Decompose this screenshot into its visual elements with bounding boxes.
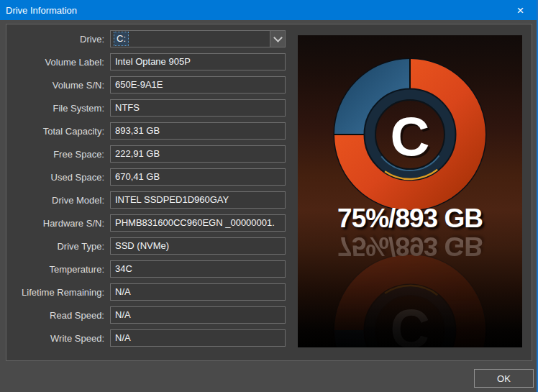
free-space-field[interactable]: 222,91 GB [110, 145, 286, 163]
form-row-free-space: Free Space: 222,91 GB [6, 145, 297, 163]
form-row-write-speed: Write Speed: N/A [6, 329, 297, 347]
drive-model-field[interactable]: INTEL SSDPED1D960GAY [110, 191, 286, 209]
drive-select[interactable]: C: [110, 30, 286, 47]
form-row-hardware-sn: Hardware S/N: PHMB831600CC960EGN _000000… [6, 214, 297, 232]
chart-reflection: C 75%/893 GB [331, 231, 489, 347]
form-row-drive-type: Drive Type: SSD (NVMe) [6, 237, 297, 255]
field-label: Drive Type: [6, 241, 110, 252]
form-row-read-speed: Read Speed: N/A [6, 306, 297, 324]
form-row-lifetime: Lifetime Remaining: N/A [6, 283, 297, 301]
drive-capacity-image: C C 75%/893 GB C [298, 35, 522, 347]
form-row-total-capacity: Total Capacity: 893,31 GB [6, 122, 297, 140]
form-row-volume-sn: Volume S/N: 650E-9A1E [6, 76, 297, 94]
ok-button[interactable]: OK [474, 369, 534, 388]
field-label: Volume Label: [6, 57, 110, 68]
capacity-caption: 75%/893 GB [337, 204, 483, 234]
field-label: Lifetime Remaining: [6, 287, 110, 298]
capacity-chart-stack: C C 75%/893 GB C [298, 35, 522, 347]
ok-button-label: OK [497, 373, 511, 384]
field-label: Hardware S/N: [6, 218, 110, 229]
drive-letter-reflection: C [391, 298, 430, 348]
titlebar[interactable]: Drive Information × [0, 0, 538, 20]
field-label: Used Space: [6, 172, 110, 183]
capacity-caption-reflection: 75%/893 GB [337, 231, 483, 261]
field-label: Total Capacity: [6, 126, 110, 137]
form-row-drive: Drive: C: [6, 30, 297, 47]
drive-info-form: Drive: C: Volume Label: Intel Optane 905… [6, 30, 297, 352]
write-speed-field[interactable]: N/A [110, 329, 286, 347]
hardware-sn-field[interactable]: PHMB831600CC960EGN _00000001. [110, 214, 286, 232]
read-speed-field[interactable]: N/A [110, 306, 286, 324]
form-row-used-space: Used Space: 670,41 GB [6, 168, 297, 186]
temperature-field[interactable]: 34C [110, 260, 286, 278]
chevron-down-icon [273, 33, 283, 42]
drive-letter: C [391, 106, 430, 167]
field-label: Temperature: [6, 264, 110, 275]
close-button[interactable]: × [504, 0, 537, 20]
capacity-donut-reflection: C [331, 251, 489, 347]
total-capacity-field[interactable]: 893,31 GB [110, 122, 286, 140]
form-row-temperature: Temperature: 34C [6, 260, 297, 278]
volume-sn-field[interactable]: 650E-9A1E [110, 76, 286, 94]
close-icon: × [517, 4, 524, 17]
form-row-drive-model: Drive Model: INTEL SSDPED1D960GAY [6, 191, 297, 209]
drive-information-dialog: Drive Information × Drive: C: Volume Lab… [0, 0, 538, 392]
field-label: Free Space: [6, 149, 110, 160]
drive-select-dropdown-button[interactable] [270, 31, 285, 47]
lifetime-remaining-field[interactable]: N/A [110, 283, 286, 301]
window-title: Drive Information [0, 5, 77, 16]
field-label: Read Speed: [6, 310, 110, 321]
field-label: Drive Model: [6, 195, 110, 206]
file-system-field[interactable]: NTFS [110, 99, 286, 117]
field-label: Write Speed: [6, 333, 110, 344]
content-panel: Drive: C: Volume Label: Intel Optane 905… [6, 24, 532, 361]
used-space-field[interactable]: 670,41 GB [110, 168, 286, 186]
volume-label-field[interactable]: Intel Optane 905P [110, 53, 286, 70]
capacity-donut-chart: C C [331, 55, 489, 214]
drive-type-field[interactable]: SSD (NVMe) [110, 237, 286, 255]
field-label: File System: [6, 103, 110, 114]
field-label: Drive: [6, 34, 110, 45]
field-label: Volume S/N: [6, 80, 110, 91]
form-row-volume-label: Volume Label: Intel Optane 905P [6, 53, 297, 70]
form-row-file-system: File System: NTFS [6, 99, 297, 117]
drive-select-value: C: [111, 31, 270, 47]
